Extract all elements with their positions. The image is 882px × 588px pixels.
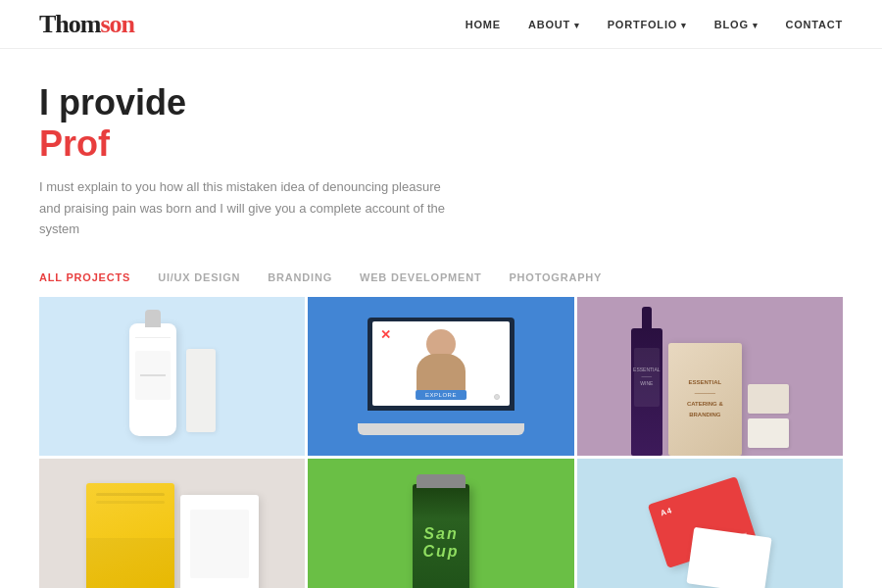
portfolio-item-4[interactable] xyxy=(39,459,305,589)
main-nav: HOME ABOUT ▾ PORTFOLIO ▾ BLOG ▾ CONTACT xyxy=(466,19,843,30)
logo-text-main: Thom xyxy=(39,10,100,38)
hero-section: I provide Prof I must explain to you how… xyxy=(0,49,882,250)
portfolio-item-2[interactable]: ✕ EXPLORE xyxy=(308,297,573,456)
nav-contact[interactable]: CONTACT xyxy=(785,19,843,30)
logo[interactable]: Thomson xyxy=(39,10,134,39)
hero-title-line1: I provide xyxy=(39,83,843,122)
logo-text-highlight: son xyxy=(100,10,134,38)
filter-branding[interactable]: BRANDING xyxy=(268,271,332,283)
nav-home[interactable]: HOME xyxy=(466,19,501,30)
filter-photography[interactable]: PHOTOGRAPHY xyxy=(509,271,602,283)
hero-description: I must explain to you how all this mista… xyxy=(39,176,461,239)
nav-blog[interactable]: BLOG ▾ xyxy=(714,19,759,30)
site-header: Thomson HOME ABOUT ▾ PORTFOLIO ▾ BLOG ▾ … xyxy=(0,0,882,49)
filter-bar: ALL PROJECTS UI/UX DESIGN BRANDING WEB D… xyxy=(0,250,882,297)
hero-title-line2: Prof xyxy=(39,124,843,164)
filter-ui-ux[interactable]: UI/UX DESIGN xyxy=(158,271,240,283)
portfolio-item-6[interactable]: A4 xyxy=(577,459,843,589)
portfolio-item-3[interactable]: ESSENTIAL───WINE ESSENTIAL─────CATERING … xyxy=(577,297,843,456)
portfolio-item-1[interactable] xyxy=(39,297,305,456)
filter-web-development[interactable]: WEB DEVELOPMENT xyxy=(360,271,481,283)
nav-portfolio[interactable]: PORTFOLIO ▾ xyxy=(608,19,687,30)
nav-about[interactable]: ABOUT ▾ xyxy=(528,19,580,30)
filter-all-projects[interactable]: ALL PROJECTS xyxy=(39,271,130,283)
portfolio-item-5[interactable]: San Cup xyxy=(308,459,573,589)
portfolio-grid: ✕ EXPLORE ESSENTIAL───WINE xyxy=(0,297,882,589)
